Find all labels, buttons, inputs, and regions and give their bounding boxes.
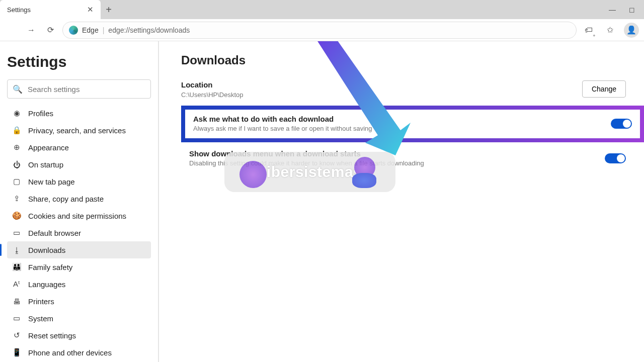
content-heading: Downloads <box>181 53 644 67</box>
tab-title: Settings <box>7 6 31 14</box>
sidebar-item-label: Reset settings <box>28 331 76 340</box>
browser-toolbar: → ⟳ Edge | edge://settings/downloads 🏷 ✩… <box>0 19 644 41</box>
sidebar-item-reset-settings[interactable]: ↺Reset settings <box>7 327 151 344</box>
tab-bar: Settings ✕ + — ◻ <box>0 0 644 19</box>
address-brand: Edge <box>82 26 99 34</box>
sidebar-item-label: System <box>28 314 53 323</box>
sidebar-item-label: New tab page <box>28 177 75 186</box>
new-tab-button[interactable]: + <box>101 4 117 16</box>
setting-show-menu: Show downloads menu when a download star… <box>181 142 644 167</box>
sidebar-item-icon: 🍪 <box>12 211 21 220</box>
maximize-icon[interactable]: ◻ <box>629 6 635 14</box>
refresh-button[interactable]: ⟳ <box>43 23 57 37</box>
minimize-icon[interactable]: — <box>609 6 616 14</box>
sidebar-item-label: Privacy, search, and services <box>28 126 126 135</box>
search-input[interactable] <box>28 85 145 94</box>
edge-logo-icon <box>69 26 78 35</box>
highlight-annotation: Ask me what to do with each download Alw… <box>181 106 644 142</box>
settings-content: Downloads Location C:\Users\HP\Desktop C… <box>159 41 644 362</box>
back-button[interactable] <box>5 23 19 37</box>
sidebar-item-label: On startup <box>28 160 63 169</box>
location-section: Location C:\Users\HP\Desktop Change <box>181 80 644 99</box>
location-label: Location <box>181 80 244 89</box>
toggle-show-menu[interactable] <box>605 153 626 163</box>
sidebar-item-profiles[interactable]: ◉Profiles <box>7 105 151 122</box>
sidebar-item-cookies-and-site-permissions[interactable]: 🍪Cookies and site permissions <box>7 207 151 224</box>
shopping-icon[interactable]: 🏷 <box>582 23 596 37</box>
setting-ask-download: Ask me what to do with each download Alw… <box>185 110 640 138</box>
sidebar-item-label: Share, copy and paste <box>28 195 104 203</box>
sidebar-item-downloads[interactable]: ⭳Downloads <box>7 241 151 258</box>
profile-avatar[interactable]: 👤 <box>624 23 639 38</box>
sidebar-item-printers[interactable]: 🖶Printers <box>7 293 151 310</box>
sidebar-item-default-browser[interactable]: ▭Default browser <box>7 224 151 241</box>
setting-desc: Disabling this setting could make it har… <box>189 159 424 167</box>
toggle-ask-download[interactable] <box>611 119 632 129</box>
location-path: C:\Users\HP\Desktop <box>181 91 244 99</box>
sidebar-item-icon: ▭ <box>12 228 21 237</box>
address-divider: | <box>103 26 105 34</box>
sidebar-item-icon: 👪 <box>12 262 21 272</box>
watermark-blob <box>352 173 376 188</box>
sidebar-item-icon: ⊕ <box>12 143 21 152</box>
sidebar-item-label: Printers <box>28 297 54 306</box>
change-location-button[interactable]: Change <box>582 80 626 98</box>
sidebar-item-icon: ▭ <box>12 314 21 323</box>
favorites-icon[interactable]: ✩ <box>603 23 617 37</box>
sidebar-item-icon: 📱 <box>12 348 21 357</box>
sidebar-item-share-copy-and-paste[interactable]: ⇪Share, copy and paste <box>7 190 151 207</box>
sidebar-item-family-safety[interactable]: 👪Family safety <box>7 258 151 276</box>
sidebar-item-icon: ⏻ <box>12 160 21 169</box>
settings-sidebar: Settings 🔍 ◉Profiles🔒Privacy, search, an… <box>0 41 159 362</box>
sidebar-item-appearance[interactable]: ⊕Appearance <box>7 139 151 156</box>
sidebar-item-icon: 🔒 <box>12 126 21 135</box>
sidebar-item-label: Cookies and site permissions <box>28 212 126 220</box>
sidebar-item-icon: ⭳ <box>12 246 21 254</box>
sidebar-item-new-tab-page[interactable]: ▢New tab page <box>7 173 151 190</box>
sidebar-item-label: Languages <box>28 280 65 289</box>
setting-title: Show downloads menu when a download star… <box>189 149 424 158</box>
sidebar-item-label: Phone and other devices <box>28 348 112 357</box>
sidebar-item-label: Appearance <box>28 143 69 152</box>
sidebar-item-label: Default browser <box>28 229 81 237</box>
address-bar[interactable]: Edge | edge://settings/downloads <box>62 22 577 39</box>
sidebar-item-icon: 🖶 <box>12 297 21 306</box>
sidebar-nav: ◉Profiles🔒Privacy, search, and services⊕… <box>7 105 151 361</box>
browser-tab[interactable]: Settings ✕ <box>0 0 101 19</box>
window-controls: — ◻ <box>609 6 644 14</box>
sidebar-item-label: Profiles <box>28 109 53 118</box>
sidebar-item-privacy-search-and-services[interactable]: 🔒Privacy, search, and services <box>7 122 151 139</box>
sidebar-item-icon: ↺ <box>12 331 21 340</box>
sidebar-item-on-startup[interactable]: ⏻On startup <box>7 156 151 173</box>
setting-title: Ask me what to do with each download <box>193 115 372 123</box>
sidebar-item-icon: Aᵗ <box>12 280 21 289</box>
sidebar-item-label: Downloads <box>28 246 65 254</box>
sidebar-item-label: Family safety <box>28 263 72 272</box>
sidebar-item-icon: ⇪ <box>12 194 21 203</box>
forward-button[interactable]: → <box>24 23 38 37</box>
sidebar-item-system[interactable]: ▭System <box>7 310 151 327</box>
search-box[interactable]: 🔍 <box>7 79 151 99</box>
sidebar-item-phone-and-other-devices[interactable]: 📱Phone and other devices <box>7 344 151 361</box>
sidebar-item-icon: ▢ <box>12 177 21 186</box>
setting-desc: Always ask me if I want to save a file o… <box>193 125 372 132</box>
search-icon: 🔍 <box>13 84 23 94</box>
close-tab-icon[interactable]: ✕ <box>87 5 94 14</box>
sidebar-item-languages[interactable]: AᵗLanguages <box>7 276 151 293</box>
sidebar-heading: Settings <box>7 53 151 70</box>
sidebar-item-icon: ◉ <box>12 109 21 118</box>
address-url: edge://settings/downloads <box>108 26 190 34</box>
